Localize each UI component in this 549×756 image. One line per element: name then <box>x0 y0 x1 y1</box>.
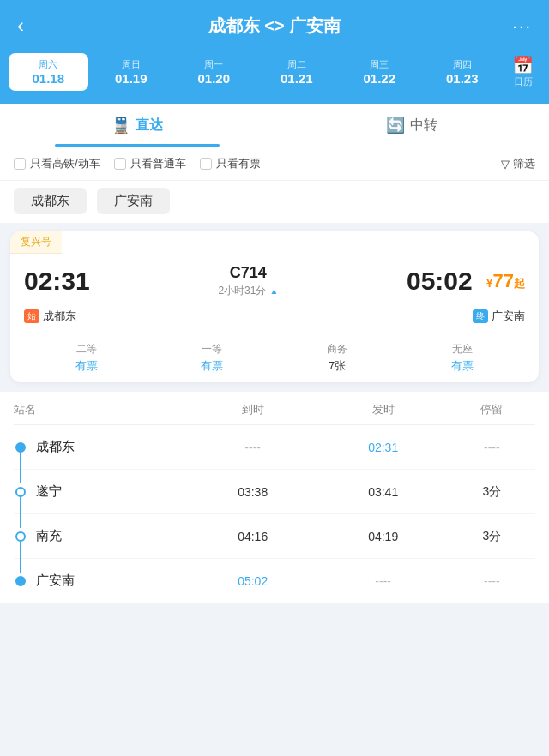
ticket-business-class[interactable]: 商务 7张 <box>274 342 400 374</box>
filter-gaotie[interactable]: 只看高铁/动车 <box>14 156 100 171</box>
date-item-01.18[interactable]: 周六 01.18 <box>9 53 88 91</box>
filter-youpiao[interactable]: 只看有票 <box>200 156 261 171</box>
no-seat-avail: 有票 <box>451 358 474 374</box>
dep-badge: 始 <box>24 309 39 323</box>
stop-station-col: 南充 <box>14 528 188 544</box>
departure-time: 02:31 <box>24 267 101 296</box>
date-item-01.20[interactable]: 周一 01.20 <box>174 53 254 91</box>
price-unit: ¥ <box>486 276 493 290</box>
stop-station-col: 广安南 <box>14 573 188 589</box>
stop-depart: 02:31 <box>318 441 449 454</box>
train-main-row: 02:31 C714 2小时31分 ▲ 05:02 ¥77起 <box>10 254 539 309</box>
train-duration: 2小时31分 ▲ <box>218 284 278 298</box>
tab-transfer[interactable]: 🔄 中转 <box>274 104 549 147</box>
first-class-label: 一等 <box>202 342 222 357</box>
tab-direct-label: 直达 <box>136 117 163 135</box>
dep-station-info: 始 成都东 <box>24 309 76 324</box>
ticket-no-seat[interactable]: 无座 有票 <box>400 342 525 374</box>
train-card[interactable]: 复兴号 02:31 C714 2小时31分 ▲ 05:02 ¥77起 始 成都东 <box>10 231 539 382</box>
stops-header: 站名 到时 发时 停留 <box>14 392 535 425</box>
stop-name: 南充 <box>36 528 62 544</box>
header-arrive: 到时 <box>188 402 318 417</box>
stop-dot <box>15 576 26 586</box>
business-class-label: 商务 <box>327 342 347 357</box>
header: ‹ 成都东 <> 广安南 ··· <box>0 0 549 50</box>
second-class-avail: 有票 <box>75 358 98 374</box>
ticket-second-class[interactable]: 二等 有票 <box>24 342 149 374</box>
price-tag: ¥77起 <box>486 270 525 292</box>
calendar-icon: 📅 <box>512 55 534 75</box>
arr-badge: 终 <box>473 309 488 323</box>
second-class-label: 二等 <box>76 342 97 357</box>
arr-station-name: 广安南 <box>492 309 525 324</box>
fuxing-badge: 复兴号 <box>10 231 62 254</box>
price-suffix: 起 <box>514 277 525 290</box>
filter-bar: 只看高铁/动车 只看普通车 只看有票 ▽ 筛选 <box>0 147 549 181</box>
stop-arrive: 05:02 <box>188 574 318 588</box>
train-number: C714 <box>230 264 267 282</box>
transfer-icon: 🔄 <box>386 116 405 135</box>
tab-direct[interactable]: 🚆 直达 <box>0 104 274 147</box>
stop-dot <box>15 442 26 453</box>
business-class-avail: 7张 <box>329 358 346 374</box>
stop-stay: 3分 <box>449 484 535 500</box>
back-button[interactable]: ‹ <box>17 14 45 38</box>
train-list: 复兴号 02:31 C714 2小时31分 ▲ 05:02 ¥77起 始 成都东 <box>0 223 549 391</box>
stop-stay: ---- <box>449 441 535 454</box>
date-item-01.23[interactable]: 周四 01.23 <box>423 53 503 91</box>
stop-dot <box>15 531 26 542</box>
station-names-row: 始 成都东 终 广安南 <box>10 309 539 333</box>
stop-arrive: ---- <box>188 441 318 454</box>
filter-screen-button[interactable]: ▽ 筛选 <box>501 156 535 171</box>
stop-row: 遂宁 03:38 03:41 3分 <box>14 470 535 514</box>
checkbox-youpiao[interactable] <box>200 158 212 170</box>
expand-icon[interactable]: ▲ <box>269 286 278 296</box>
station-to-tag[interactable]: 广安南 <box>97 188 170 214</box>
stop-arrive: 03:38 <box>188 485 318 499</box>
more-button[interactable]: ··· <box>504 16 532 36</box>
stop-stay: 3分 <box>449 529 535 544</box>
date-item-01.19[interactable]: 周日 01.19 <box>92 53 172 91</box>
date-item-01.21[interactable]: 周二 01.21 <box>257 53 337 91</box>
train-icon: 🚆 <box>112 116 130 135</box>
filter-youpiao-label: 只看有票 <box>216 156 261 171</box>
stop-depart: 04:19 <box>318 530 449 543</box>
ticket-first-class[interactable]: 一等 有票 <box>149 342 274 374</box>
stop-row: 南充 04:16 04:19 3分 <box>14 514 535 559</box>
stop-depart: ---- <box>318 574 449 588</box>
stop-row: 广安南 05:02 ---- ---- <box>14 559 535 603</box>
stop-name: 广安南 <box>36 573 75 589</box>
first-class-avail: 有票 <box>201 358 223 374</box>
price-value: 77 <box>493 270 514 291</box>
stop-arrive: 04:16 <box>188 530 318 543</box>
stop-dot-wrap <box>14 531 27 542</box>
header-station: 站名 <box>14 402 188 417</box>
arr-station-info: 终 广安南 <box>473 309 525 324</box>
filter-gaotie-label: 只看高铁/动车 <box>30 156 100 171</box>
stop-dot-wrap <box>14 442 27 453</box>
date-item-01.22[interactable]: 周三 01.22 <box>340 53 419 91</box>
filter-putong[interactable]: 只看普通车 <box>114 156 186 171</box>
ticket-row: 二等 有票 一等 有票 商务 7张 无座 有票 <box>10 333 539 382</box>
checkbox-putong[interactable] <box>114 158 126 170</box>
stop-station-col: 遂宁 <box>14 483 188 500</box>
filter-icon: ▽ <box>501 158 510 171</box>
calendar-label: 日历 <box>514 75 533 88</box>
station-from-tag[interactable]: 成都东 <box>14 188 87 214</box>
duration-text: 2小时31分 <box>218 284 266 298</box>
stop-row: 成都东 ---- 02:31 ---- <box>14 425 535 470</box>
header-depart: 发时 <box>318 402 449 417</box>
dep-station-name: 成都东 <box>43 309 76 324</box>
station-selector-row: 成都东 广安南 <box>0 181 549 223</box>
no-seat-label: 无座 <box>452 342 473 357</box>
tab-bar: 🚆 直达 🔄 中转 <box>0 104 549 147</box>
checkbox-gaotie[interactable] <box>14 158 26 170</box>
tab-transfer-label: 中转 <box>410 117 437 135</box>
calendar-button[interactable]: 📅 日历 <box>505 50 540 93</box>
stop-name: 成都东 <box>36 439 75 455</box>
stop-dot <box>15 487 26 497</box>
header-stay: 停留 <box>449 402 535 417</box>
stop-stay: ---- <box>449 574 535 588</box>
stops-section: 站名 到时 发时 停留 成都东 ---- 02:31 ---- 遂 <box>0 392 549 603</box>
filter-screen-label: 筛选 <box>513 156 535 171</box>
